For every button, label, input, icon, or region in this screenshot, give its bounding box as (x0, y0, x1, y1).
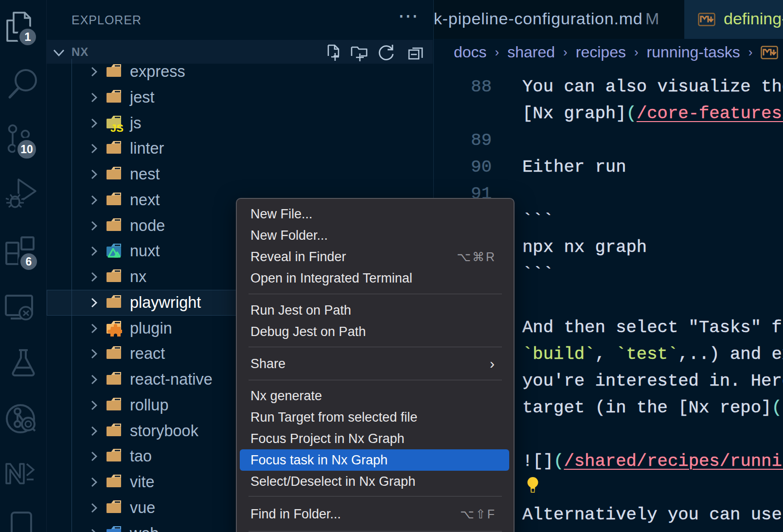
svg-text:JS: JS (110, 122, 124, 134)
